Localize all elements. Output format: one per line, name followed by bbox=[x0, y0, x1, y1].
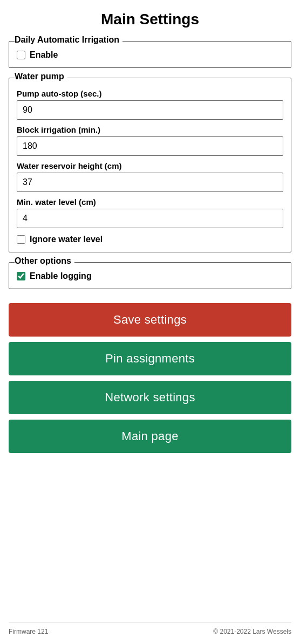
main-page-button[interactable]: Main page bbox=[9, 420, 291, 453]
daily-irrigation-legend: Daily Automatic Irrigation bbox=[15, 35, 122, 45]
pump-auto-stop-input[interactable] bbox=[17, 100, 283, 120]
enable-irrigation-checkbox[interactable] bbox=[17, 51, 25, 59]
ignore-water-level-row: Ignore water level bbox=[17, 235, 283, 244]
daily-irrigation-section: Daily Automatic Irrigation Enable bbox=[9, 41, 291, 68]
enable-logging-label[interactable]: Enable logging bbox=[30, 271, 92, 281]
copyright-label: © 2021-2022 Lars Wessels bbox=[213, 628, 291, 635]
enable-logging-row: Enable logging bbox=[17, 271, 283, 281]
block-irrigation-field: Block irrigation (min.) bbox=[17, 125, 283, 156]
network-settings-button[interactable]: Network settings bbox=[9, 381, 291, 414]
water-pump-section: Water pump Pump auto-stop (sec.) Block i… bbox=[9, 78, 291, 252]
water-pump-legend: Water pump bbox=[15, 72, 67, 81]
water-reservoir-height-field: Water reservoir height (cm) bbox=[17, 161, 283, 192]
water-reservoir-height-input[interactable] bbox=[17, 173, 283, 192]
min-water-level-label: Min. water level (cm) bbox=[17, 197, 283, 207]
pump-auto-stop-label: Pump auto-stop (sec.) bbox=[17, 89, 283, 98]
ignore-water-level-label[interactable]: Ignore water level bbox=[30, 235, 103, 244]
pump-auto-stop-field: Pump auto-stop (sec.) bbox=[17, 89, 283, 120]
block-irrigation-label: Block irrigation (min.) bbox=[17, 125, 283, 134]
footer: Firmware 121 © 2021-2022 Lars Wessels bbox=[9, 622, 291, 639]
enable-logging-checkbox[interactable] bbox=[17, 272, 25, 280]
buttons-section: Save settings Pin assignments Network se… bbox=[9, 303, 291, 453]
other-options-legend: Other options bbox=[15, 256, 74, 266]
other-options-section: Other options Enable logging bbox=[9, 262, 291, 289]
block-irrigation-input[interactable] bbox=[17, 136, 283, 156]
page-container: Main Settings Daily Automatic Irrigation… bbox=[0, 0, 300, 644]
ignore-water-level-checkbox[interactable] bbox=[17, 235, 25, 244]
firmware-label: Firmware 121 bbox=[9, 628, 48, 635]
min-water-level-input[interactable] bbox=[17, 209, 283, 228]
pin-assignments-button[interactable]: Pin assignments bbox=[9, 342, 291, 375]
min-water-level-field: Min. water level (cm) bbox=[17, 197, 283, 228]
enable-irrigation-label[interactable]: Enable bbox=[30, 50, 58, 60]
enable-irrigation-row: Enable bbox=[17, 50, 283, 60]
water-reservoir-height-label: Water reservoir height (cm) bbox=[17, 161, 283, 170]
page-title: Main Settings bbox=[9, 11, 291, 28]
save-settings-button[interactable]: Save settings bbox=[9, 303, 291, 337]
